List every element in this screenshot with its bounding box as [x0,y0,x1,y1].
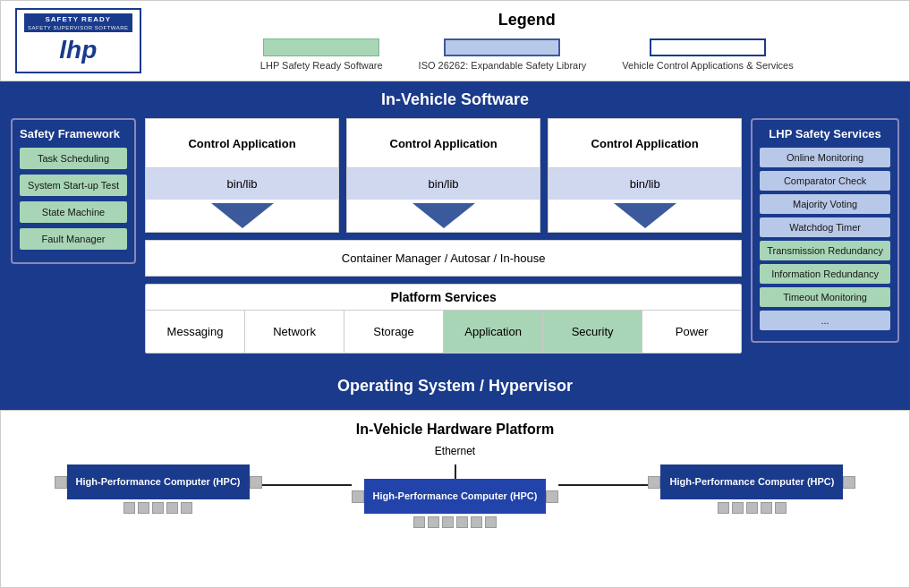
lhp-item-7: ... [760,311,890,330]
logo-sub-text: SAFETY SUPERVISOR SOFTWARE [24,25,132,32]
connector-center-left [352,490,364,503]
platform-services-title: Platform Services [146,285,741,311]
lhp-item-6: Timeout Monitoring [760,287,890,307]
connectors-below-1 [413,516,497,528]
small-conn-0-0 [123,502,135,514]
control-app-title-2: Control Application [549,119,741,168]
arrow-2 [614,203,676,228]
lhp-item-0: Online Monitoring [760,148,890,167]
small-conn-0-4 [181,502,192,514]
hpc-group-center: High-Performance Computer (HPC) [352,479,559,528]
lhp-safety-services-box: LHP Safety Services Online Monitoring Co… [751,118,899,343]
small-conn-0-1 [138,502,149,514]
hpc-label-2: High-Performance Computer (HPC) [669,476,834,487]
hardware-title: In-Vehicle Hardware Platform [15,422,895,438]
small-conn-1-0 [413,516,425,528]
platform-services-box: Platform Services Messaging Network Stor… [145,284,742,354]
legend-area: Legend LHP Safety Ready Software ISO 262… [159,11,895,71]
legend-item-outline: Vehicle Control Applications & Services [622,38,793,71]
logo-safety-text: SAFETY READY [24,13,132,25]
platform-item-3: Application [444,311,543,353]
safety-framework-box: Safety Framework Task Scheduling System … [11,118,136,264]
legend-items: LHP Safety Ready Software ISO 26262: Exp… [260,38,794,71]
lhp-item-5: Information Redundancy [760,264,890,284]
logo-lhp-text: lhp [24,32,132,68]
small-conn-1-4 [471,516,482,528]
safety-item-2: State Machine [20,201,127,223]
legend-label-1: ISO 26262: Expandable Safety Library [419,60,587,71]
hpc-group-left: High-Performance Computer (HPC) [55,464,262,514]
invehicle-inner: Safety Framework Task Scheduling System … [11,118,899,354]
hpc-label-1: High-Performance Computer (HPC) [373,490,538,501]
legend-label-2: Vehicle Control Applications & Services [622,60,793,71]
arrow-1 [412,203,475,228]
platform-item-5: Power [642,311,741,353]
small-conn-0-2 [152,502,164,514]
safety-item-1: System Start-up Test [20,175,127,196]
control-app-1: Control Application bin/lib [346,118,540,233]
platform-item-4: Security [543,311,642,353]
safety-framework-title: Safety Framework [20,127,127,141]
container-manager-box: Container Manager / Autosar / In-house [145,240,742,277]
small-conn-1-1 [428,516,439,528]
small-conn-2-0 [718,502,729,514]
lhp-item-1: Comparator Check [760,171,890,191]
invehicle-section: In-Vehicle Software Safety Framework Tas… [0,81,910,362]
platform-items-row: Messaging Network Storage Application Se… [146,311,741,353]
center-area: Control Application bin/lib Control Appl… [145,118,742,354]
small-conn-0-3 [166,502,178,514]
control-app-2: Control Application bin/lib [548,118,742,233]
invehicle-title: In-Vehicle Software [11,90,899,109]
header: SAFETY READY SAFETY SUPERVISOR SOFTWARE … [0,0,910,81]
safety-item-0: Task Scheduling [20,148,127,169]
hardware-section: In-Vehicle Hardware Platform Ethernet Hi… [0,410,910,588]
legend-item-green: LHP Safety Ready Software [260,38,383,71]
hpc-group-right: High-Performance Computer (HPC) [648,464,855,514]
eth-line-left [262,484,352,486]
legend-bar-green [263,38,379,56]
hpc-label-0: High-Performance Computer (HPC) [76,476,241,487]
small-conn-1-3 [456,516,468,528]
lhp-item-4: Transmission Redundancy [760,241,890,260]
legend-title: Legend [498,11,556,30]
connector-center-right [546,490,558,503]
eth-line-right [558,484,648,486]
hpc-box-2: High-Performance Computer (HPC) [660,464,843,499]
hpc-box-1: High-Performance Computer (HPC) [364,479,547,514]
hpc-box-0: High-Performance Computer (HPC) [67,464,250,499]
connector-right-right [843,476,855,489]
small-conn-2-1 [732,502,744,514]
platform-item-2: Storage [344,311,444,353]
small-conn-2-2 [746,502,758,514]
hpc-center-wrapper: High-Performance Computer (HPC) [352,464,559,528]
logo-box: SAFETY READY SAFETY SUPERVISOR SOFTWARE … [15,8,141,73]
small-conn-1-5 [485,516,497,528]
connector-right-left [648,476,660,489]
connector-left-left [55,476,67,489]
legend-bar-outline [650,38,766,56]
center-vert-top [455,464,456,479]
lhp-item-3: Watchdog Timer [760,217,890,237]
platform-item-0: Messaging [146,311,245,353]
lhp-item-2: Majority Voting [760,194,890,214]
control-apps-row: Control Application bin/lib Control Appl… [145,118,742,233]
control-app-bin-1: bin/lib [347,168,540,200]
control-app-bin-0: bin/lib [146,168,338,200]
control-app-bin-2: bin/lib [549,168,741,200]
os-title: Operating System / Hypervisor [14,377,896,396]
safety-item-3: Fault Manager [20,228,127,250]
legend-bar-blue [444,38,560,56]
legend-item-blue: ISO 26262: Expandable Safety Library [419,38,587,71]
connector-left-right [250,476,262,489]
connectors-below-2 [718,502,787,514]
small-conn-1-2 [442,516,454,528]
control-app-title-1: Control Application [347,119,540,168]
arrow-0 [211,203,274,228]
control-app-0: Control Application bin/lib [145,118,339,233]
connectors-below-0 [123,502,192,514]
control-app-title-0: Control Application [146,119,338,168]
os-section: Operating System / Hypervisor [0,362,910,410]
legend-label-0: LHP Safety Ready Software [260,60,383,71]
small-conn-2-3 [761,502,772,514]
lhp-safety-title: LHP Safety Services [760,127,890,141]
